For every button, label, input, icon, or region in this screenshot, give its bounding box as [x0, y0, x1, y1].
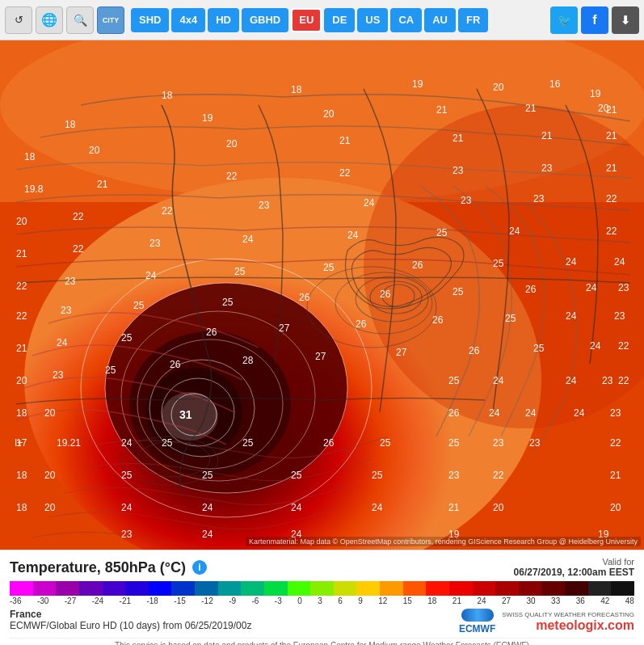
svg-text:25: 25 — [121, 470, 133, 481]
nav-us[interactable]: US — [357, 8, 388, 32]
svg-text:20: 20 — [89, 145, 100, 156]
nav-fr[interactable]: FR — [458, 8, 488, 32]
svg-text:27: 27 — [315, 351, 326, 362]
meteologix-sub: SWISS QUALITY WEATHER FORECASTING — [502, 611, 634, 618]
svg-text:23: 23 — [533, 193, 545, 204]
refresh-button[interactable]: ↺ — [5, 6, 32, 34]
color-label: 9 — [358, 597, 363, 605]
svg-text:23: 23 — [461, 195, 472, 206]
svg-text:16: 16 — [549, 78, 561, 90]
svg-text:19.21: 19.21 — [57, 437, 81, 449]
svg-text:27: 27 — [279, 322, 290, 334]
svg-text:21: 21 — [436, 104, 448, 116]
svg-text:21: 21 — [606, 162, 617, 174]
svg-text:23: 23 — [493, 437, 504, 449]
svg-text:24: 24 — [493, 375, 504, 386]
facebook-button[interactable]: f — [581, 6, 608, 34]
nav-eu[interactable]: EU — [291, 8, 322, 32]
color-bar-segment — [495, 581, 519, 596]
color-bar-segment — [380, 581, 403, 596]
city-button[interactable]: CITY — [97, 6, 124, 34]
svg-text:22: 22 — [73, 211, 84, 222]
svg-text:24: 24 — [121, 437, 133, 449]
svg-text:23: 23 — [541, 162, 553, 174]
svg-text:25: 25 — [448, 375, 460, 386]
svg-text:21: 21 — [16, 343, 27, 354]
search-button[interactable]: 🔍 — [66, 6, 94, 34]
legend-title: Temperature, 850hPa (°C) — [10, 559, 186, 576]
svg-text:25: 25 — [133, 300, 145, 311]
color-label: 42 — [600, 597, 609, 605]
svg-text:24: 24 — [566, 256, 577, 268]
temp-label-18-n: 18 — [162, 90, 173, 101]
svg-text:22: 22 — [339, 167, 351, 179]
info-area: Temperature, 850hPa (°C) i Valid for 06/… — [0, 550, 644, 645]
svg-text:23: 23 — [149, 238, 161, 249]
color-label: -3 — [275, 597, 282, 605]
svg-text:19.8: 19.8 — [24, 183, 44, 195]
nav-gbhd[interactable]: GBHD — [242, 8, 288, 32]
color-bar-segment — [218, 581, 242, 596]
map-attribution: Kartenmaterial: Map data © OpenStreetMap… — [246, 537, 641, 546]
svg-text:24: 24 — [372, 502, 383, 513]
svg-text:26: 26 — [432, 314, 444, 326]
svg-text:22: 22 — [493, 470, 504, 481]
svg-text:20: 20 — [44, 470, 56, 481]
color-bar-segment — [149, 581, 172, 596]
valid-for: Valid for 06/27/2019, 12:00am EEST — [514, 557, 634, 578]
svg-text:21: 21 — [97, 179, 108, 190]
svg-text:25: 25 — [505, 313, 516, 324]
svg-text:23: 23 — [610, 407, 621, 419]
svg-text:18: 18 — [65, 119, 76, 130]
svg-text:23: 23 — [53, 369, 64, 381]
meteologix-logo: SWISS QUALITY WEATHER FORECASTING meteol… — [502, 611, 634, 633]
svg-text:25: 25 — [448, 437, 460, 449]
color-label: -18 — [146, 597, 158, 605]
color-bar-segment — [611, 581, 634, 596]
globe-button[interactable]: 🌐 — [36, 6, 63, 34]
svg-text:22: 22 — [16, 280, 27, 292]
color-bar-segment — [519, 581, 542, 596]
svg-text:25: 25 — [222, 297, 234, 308]
twitter-button[interactable]: 🐦 — [550, 6, 578, 34]
svg-text:24: 24 — [509, 226, 520, 237]
info-icon[interactable]: i — [192, 560, 207, 575]
color-bar-segment — [356, 581, 380, 596]
nav-shd[interactable]: SHD — [131, 8, 169, 32]
svg-text:24: 24 — [347, 230, 359, 241]
color-label: -24 — [92, 597, 103, 605]
svg-text:23: 23 — [614, 310, 625, 322]
nav-ca[interactable]: CA — [390, 8, 422, 32]
nav-hd[interactable]: HD — [208, 8, 239, 32]
svg-text:22: 22 — [226, 171, 238, 182]
svg-text:22: 22 — [16, 310, 27, 322]
download-button[interactable]: ⬇ — [612, 6, 639, 34]
svg-text:18: 18 — [24, 151, 36, 162]
svg-text:18: 18 — [16, 502, 27, 513]
svg-text:28: 28 — [242, 355, 254, 366]
color-label: 12 — [378, 597, 387, 605]
ecmwf-text: ECMWF — [459, 623, 495, 634]
svg-text:25: 25 — [452, 286, 464, 297]
svg-text:22: 22 — [73, 243, 84, 255]
map-container[interactable]: 18 18 19 20 16 19 21 18 19 20 21 21 20 1… — [0, 40, 644, 550]
nav-au[interactable]: AU — [424, 8, 456, 32]
svg-text:23: 23 — [452, 165, 464, 176]
color-bar-container: -36-30-27-24-21-18-15-12-9-6-30369121518… — [10, 581, 634, 605]
svg-text:23: 23 — [602, 375, 613, 386]
svg-text:20: 20 — [323, 108, 335, 120]
nav-4x4[interactable]: 4x4 — [171, 8, 205, 32]
color-bar-segment — [79, 581, 103, 596]
color-bar-segment — [288, 581, 311, 596]
ecmwf-wave — [461, 609, 494, 622]
color-bar-segment — [588, 581, 612, 596]
svg-text:22: 22 — [162, 205, 173, 217]
region-label: France — [10, 609, 251, 620]
svg-text:24: 24 — [586, 282, 597, 293]
svg-text:26: 26 — [469, 345, 480, 356]
color-label: 0 — [297, 597, 302, 605]
svg-text:26: 26 — [323, 437, 335, 449]
color-label: 30 — [527, 597, 536, 605]
nav-de[interactable]: DE — [324, 8, 355, 32]
svg-text:26: 26 — [356, 318, 367, 330]
